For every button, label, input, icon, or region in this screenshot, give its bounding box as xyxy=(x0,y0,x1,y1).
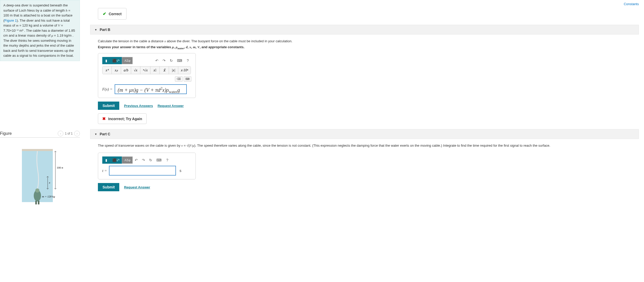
redo-button[interactable]: ↷ xyxy=(160,57,168,64)
part-b-answer-input[interactable]: (m + μx)g − (V + πd2x)ρwaterg xyxy=(115,84,187,94)
part-b-answer-box: ▮ ⬛√ⁿ ΑΣφ ↶ ↷ ↻ ⌨ ? xᵃ xᵦ a/b √x ⁿ√x xyxy=(98,53,196,98)
backspace-button[interactable]: ⌫ xyxy=(175,76,183,82)
svg-point-3 xyxy=(35,188,39,193)
constants-link[interactable]: Constants xyxy=(624,2,639,6)
part-c-submit-button[interactable]: Submit xyxy=(98,183,119,191)
x-icon: ✖ xyxy=(102,116,106,121)
part-c-header[interactable]: ▼ Part C xyxy=(90,129,639,139)
part-b-request-answer-link[interactable]: Request Answer xyxy=(158,104,184,108)
figure-link[interactable]: Figure 1 xyxy=(4,19,17,22)
figure-prev-button[interactable]: ‹ xyxy=(58,131,63,136)
help-button[interactable]: ? xyxy=(184,57,191,64)
keyboard-button-c[interactable]: ⌨ xyxy=(154,157,164,163)
check-icon: ✔ xyxy=(103,11,106,16)
part-c-answer-label: t = xyxy=(102,169,107,173)
undo-button[interactable]: ↶ xyxy=(153,57,160,64)
nth-root-button[interactable]: ⁿ√x xyxy=(140,67,150,74)
keyboard-button[interactable]: ⌨ xyxy=(175,57,184,64)
reset-button-c[interactable]: ↻ xyxy=(147,157,154,163)
greek-letters-button-c[interactable]: ΑΣφ xyxy=(122,156,133,164)
part-b-header[interactable]: ▼ Part B xyxy=(90,25,639,35)
part-c-title: Part C xyxy=(100,132,110,136)
reset-button[interactable]: ↻ xyxy=(168,57,175,64)
undo-button-c[interactable]: ↶ xyxy=(133,157,140,163)
subscript-button[interactable]: xᵦ xyxy=(112,67,121,74)
part-b-feedback: ✖ Incorrect; Try Again xyxy=(98,113,147,124)
abs-button[interactable]: |x| xyxy=(169,67,178,74)
template-rect-button-c[interactable]: ▮ xyxy=(102,156,110,164)
svg-rect-1 xyxy=(22,149,53,151)
sqrt-button[interactable]: √x xyxy=(131,67,140,74)
figure-image: 100 m x m = 120 kg xyxy=(0,145,80,208)
template-rect-button[interactable]: ▮ xyxy=(102,57,110,64)
part-b-title: Part B xyxy=(100,28,110,32)
vector-button[interactable]: x⃗ xyxy=(150,67,160,74)
svg-text:100 m: 100 m xyxy=(57,166,63,169)
part-c-answer-box: ▮ ⬛√ⁿ ΑΣφ ↶ ↷ ↻ ⌨ ? t = s xyxy=(98,153,196,179)
hat-button[interactable]: x̂ xyxy=(160,67,169,74)
chevron-down-icon: ▼ xyxy=(95,133,97,136)
figure-nav-text: 1 of 1 xyxy=(65,132,73,135)
template-sqrt-button[interactable]: ⬛√ⁿ xyxy=(110,57,122,64)
part-b-feedback-text: Incorrect; Try Again xyxy=(108,117,142,121)
figure-panel: Figure ‹ 1 of 1 › xyxy=(0,131,80,208)
part-b-question: Calculate the tension in the cable a dis… xyxy=(98,39,639,44)
superscript-button[interactable]: xᵃ xyxy=(103,67,112,74)
part-b-previous-answers-link[interactable]: Previous Answers xyxy=(124,104,153,108)
template-sqrt-button-c[interactable]: ⬛√ⁿ xyxy=(110,156,122,164)
correct-label: Correct xyxy=(109,12,122,16)
mini-keyboard-button[interactable]: ⌨ xyxy=(184,76,191,82)
part-c-request-answer-link[interactable]: Request Answer xyxy=(124,185,150,189)
part-b-answer-label: F(x) = xyxy=(102,87,113,92)
greek-letters-button[interactable]: ΑΣφ xyxy=(122,57,133,64)
figure-title: Figure xyxy=(0,131,12,136)
redo-button-c[interactable]: ↷ xyxy=(140,157,147,163)
part-c-answer-input[interactable] xyxy=(109,166,176,176)
scientific-button[interactable]: x·10ⁿ xyxy=(178,67,191,74)
help-button-c[interactable]: ? xyxy=(164,157,171,163)
svg-rect-5 xyxy=(38,201,39,204)
svg-text:x: x xyxy=(49,181,50,184)
svg-rect-4 xyxy=(35,201,37,204)
figure-next-button[interactable]: › xyxy=(74,131,80,136)
part-b-instruction: Express your answer in terms of the vari… xyxy=(98,45,639,50)
problem-statement: A deep-sea diver is suspended beneath th… xyxy=(0,0,80,61)
part-c-answer-unit: s xyxy=(180,169,181,173)
svg-text:m = 120 kg: m = 120 kg xyxy=(42,195,55,198)
fraction-button[interactable]: a/b xyxy=(121,67,131,74)
part-b-submit-button[interactable]: Submit xyxy=(98,102,119,110)
part-a-feedback: ✔ Correct xyxy=(98,8,126,20)
part-c-question: The speed of transverse waves on the cab… xyxy=(98,143,639,148)
chevron-down-icon: ▼ xyxy=(95,28,97,31)
